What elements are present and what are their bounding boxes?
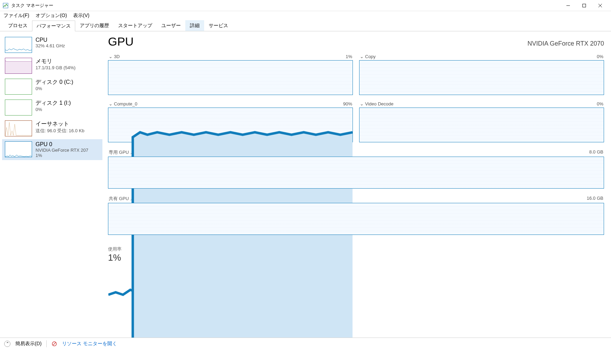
menubar: ファイル(F) オプション(O) 表示(V) [0, 11, 611, 20]
gpu-thumb [5, 141, 32, 157]
tabs: プロセス パフォーマンス アプリの履歴 スタートアップ ユーザー 詳細 サービス [0, 20, 611, 31]
sidebar-disk0-sub: 0% [36, 86, 73, 91]
ethernet-thumb [5, 120, 32, 136]
chevron-up-icon[interactable]: ⌃ [4, 341, 10, 347]
sidebar-gpu-sub2: 1% [36, 153, 88, 158]
chart-vdec-label: Video Decode [365, 101, 393, 106]
resource-monitor-icon [52, 341, 57, 347]
task-manager-icon [3, 3, 8, 8]
chevron-down-icon: ⌄ [109, 54, 113, 59]
tab-services[interactable]: サービス [204, 20, 233, 31]
sidebar-item-memory[interactable]: メモリ 17.1/31.9 GB (54%) [2, 56, 102, 76]
disk0-thumb [5, 79, 32, 95]
minimize-icon [566, 3, 570, 8]
chart-compute-box [108, 108, 353, 142]
chart-copy-label: Copy [365, 54, 376, 59]
page-title: GPU [108, 35, 134, 48]
device-name: NVIDIA GeForce RTX 2070 [527, 40, 604, 47]
divider [46, 340, 47, 347]
sidebar-memory-sub: 17.1/31.9 GB (54%) [36, 65, 76, 70]
sidebar-gpu-title: GPU 0 [36, 141, 88, 148]
chart-3d[interactable]: ⌄3D 1% [108, 54, 353, 95]
maximize-button[interactable] [576, 0, 592, 11]
sidebar-ethernet-title: イーサネット [36, 120, 84, 128]
tab-app-history[interactable]: アプリの履歴 [75, 20, 114, 31]
sidebar-cpu-sub: 32% 4.61 GHz [36, 43, 65, 48]
chart-3d-label: 3D [114, 54, 120, 59]
cpu-thumb [5, 37, 32, 53]
svg-rect-5 [5, 62, 32, 73]
sidebar-cpu-title: CPU [36, 37, 65, 43]
chart-3d-box [108, 60, 353, 95]
chart-video-decode[interactable]: ⌄Video Decode 0% [359, 101, 604, 142]
chevron-down-icon: ⌄ [360, 101, 364, 106]
dedicated-mem-max: 8.0 GB [589, 149, 603, 156]
sidebar-item-disk0[interactable]: ディスク 0 (C:) 0% [2, 77, 102, 97]
sidebar-disk1-sub: 0% [36, 107, 71, 112]
chart-copy[interactable]: ⌄Copy 0% [359, 54, 604, 95]
sidebar-gpu-sub1: NVIDIA GeForce RTX 207 [36, 148, 88, 153]
chart-compute[interactable]: ⌄Compute_0 90% [108, 101, 353, 142]
main-panel: GPU NVIDIA GeForce RTX 2070 ⌄3D 1% ⌄Copy… [105, 31, 611, 338]
sidebar-disk1-title: ディスク 1 (I:) [36, 100, 71, 107]
tab-startup[interactable]: スタートアップ [114, 20, 157, 31]
sidebar-disk0-title: ディスク 0 (C:) [36, 79, 73, 86]
sidebar-item-ethernet[interactable]: イーサネット 送信: 96.0 受信: 16.0 Kb [2, 118, 102, 139]
menu-view[interactable]: 表示(V) [73, 13, 90, 19]
chart-3d-value: 1% [346, 54, 352, 59]
tab-users[interactable]: ユーザー [157, 20, 185, 31]
svg-rect-2 [583, 4, 586, 7]
menu-file[interactable]: ファイル(F) [3, 13, 29, 19]
sidebar-memory-title: メモリ [36, 58, 76, 65]
titlebar: タスク マネージャー [0, 0, 611, 11]
menu-options[interactable]: オプション(O) [36, 13, 67, 19]
chart-vdec-box [359, 108, 604, 142]
memory-thumb [5, 58, 32, 74]
tab-details[interactable]: 詳細 [185, 20, 204, 31]
tab-processes[interactable]: プロセス [3, 20, 32, 31]
disk1-thumb [5, 100, 32, 116]
close-button[interactable] [592, 0, 608, 11]
dedicated-mem-box [108, 157, 604, 189]
sidebar-item-disk1[interactable]: ディスク 1 (I:) 0% [2, 97, 102, 118]
chart-vdec-value: 0% [597, 101, 603, 106]
tab-performance[interactable]: パフォーマンス [32, 21, 75, 31]
sidebar: CPU 32% 4.61 GHz メモリ 17.1/31.9 GB (54%) … [0, 31, 105, 338]
chart-copy-box [359, 60, 604, 95]
chevron-down-icon: ⌄ [360, 54, 364, 59]
statusbar: ⌃ 簡易表示(D) リソース モニターを開く [0, 338, 611, 349]
sidebar-item-cpu[interactable]: CPU 32% 4.61 GHz [2, 35, 102, 55]
shared-mem-box [108, 203, 604, 235]
simple-view-button[interactable]: 簡易表示(D) [15, 341, 41, 347]
maximize-icon [582, 3, 586, 8]
window-title: タスク マネージャー [11, 2, 53, 9]
svg-line-10 [53, 342, 56, 345]
sidebar-ethernet-sub: 送信: 96.0 受信: 16.0 Kb [36, 128, 84, 134]
resource-monitor-link[interactable]: リソース モニターを開く [62, 341, 117, 347]
minimize-button[interactable] [560, 0, 576, 11]
close-icon [598, 3, 602, 8]
chart-copy-value: 0% [597, 54, 603, 59]
sidebar-item-gpu0[interactable]: GPU 0 NVIDIA GeForce RTX 207 1% [2, 139, 102, 160]
